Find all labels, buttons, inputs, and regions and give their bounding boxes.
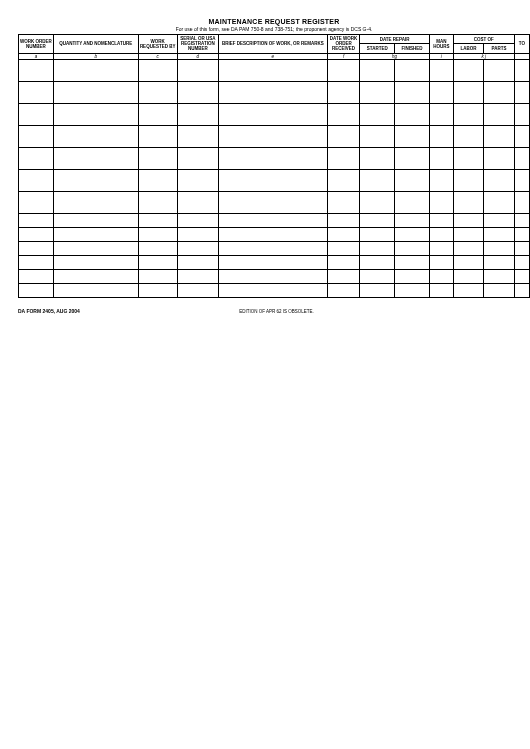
col-parts: PARTS [484,44,514,53]
table-head: WORK ORDER NUMBER QUANTITY AND NOMENCLAT… [19,35,530,60]
table-row [19,255,530,269]
table-body [19,59,530,297]
table-row [19,103,530,125]
register-table: WORK ORDER NUMBER QUANTITY AND NOMENCLAT… [18,34,530,298]
table-row [19,169,530,191]
table-row [19,241,530,255]
col-date-repair: DATE REPAIR [360,35,430,44]
col-cost-of: COST OF [453,35,514,44]
footer: DA FORM 2405, AUG 2004 EDITION OF APR 62… [18,298,530,317]
col-work-requested-by: WORK REQUESTED BY [138,35,177,54]
col-date-work-order-received: DATE WORK ORDER RECEIVED [327,35,360,54]
table-row [19,269,530,283]
table-row [19,147,530,169]
page: MAINTENANCE REQUEST REGISTER For use of … [0,0,530,749]
col-man-hours: MAN HOURS [429,35,453,54]
col-brief-description: BRIEF DESCRIPTION OF WORK, OR REMARKS [219,35,328,54]
form-id: DA FORM 2405, AUG 2004 [18,308,80,314]
obsolete-note: EDITION OF APR 62 IS OBSOLETE. [239,309,314,314]
form-title: MAINTENANCE REQUEST REGISTER [18,18,530,25]
col-finished: FINISHED [395,44,430,53]
table-row [19,227,530,241]
form-sheet: MAINTENANCE REQUEST REGISTER For use of … [18,18,530,317]
col-started: STARTED [360,44,395,53]
table-row [19,81,530,103]
col-serial-registration: SERIAL OR USA REGISTRATION NUMBER [177,35,218,54]
table-row [19,191,530,213]
table-row [19,125,530,147]
col-to: TO [514,35,529,54]
col-quantity-nomenclature: QUANTITY AND NOMENCLATURE [53,35,138,54]
col-labor: LABOR [453,44,483,53]
table-row [19,283,530,297]
table-row [19,59,530,81]
table-row [19,213,530,227]
col-work-order-number: WORK ORDER NUMBER [19,35,54,54]
form-subtitle: For use of this form, see DA PAM 750-8 a… [18,26,530,32]
